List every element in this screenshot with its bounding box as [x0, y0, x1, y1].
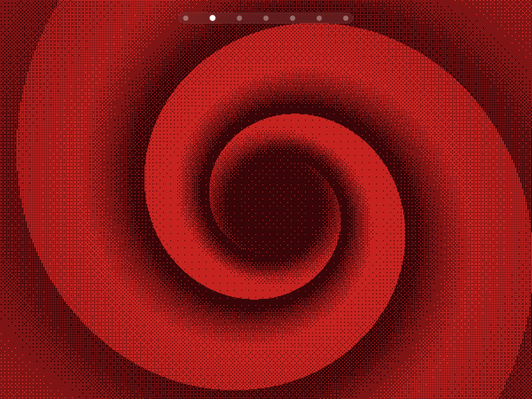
halftone-spiral-wallpaper — [0, 0, 532, 399]
pager-dot[interactable] — [290, 16, 295, 21]
desktop — [0, 0, 532, 399]
pager-dot[interactable] — [317, 16, 322, 21]
pager-dot[interactable] — [183, 16, 188, 21]
pager-dot-active[interactable] — [210, 15, 215, 21]
pager-dot[interactable] — [263, 16, 269, 21]
workspace-pager — [179, 12, 353, 23]
pager-dot[interactable] — [343, 16, 348, 21]
pager-dot[interactable] — [237, 16, 242, 21]
